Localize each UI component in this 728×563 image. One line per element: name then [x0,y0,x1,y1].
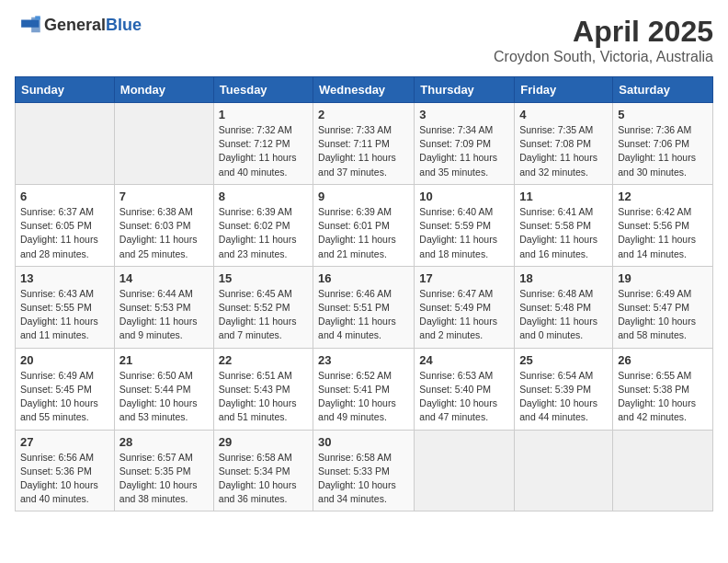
calendar-cell: 30Sunrise: 6:58 AM Sunset: 5:33 PM Dayli… [313,430,415,511]
day-info: Sunrise: 7:33 AM Sunset: 7:11 PM Dayligh… [318,123,409,179]
day-info: Sunrise: 6:40 AM Sunset: 5:59 PM Dayligh… [419,205,509,261]
day-number: 18 [519,271,608,285]
day-info: Sunrise: 6:51 AM Sunset: 5:43 PM Dayligh… [219,369,308,425]
logo-text-blue: Blue [106,16,142,34]
calendar-cell: 4Sunrise: 7:35 AM Sunset: 7:08 PM Daylig… [515,103,613,185]
day-info: Sunrise: 6:49 AM Sunset: 5:45 PM Dayligh… [20,369,109,425]
calendar-cell: 8Sunrise: 6:39 AM Sunset: 6:02 PM Daylig… [213,184,313,266]
day-number: 26 [618,353,708,367]
day-info: Sunrise: 6:58 AM Sunset: 5:34 PM Dayligh… [219,451,308,507]
day-info: Sunrise: 7:35 AM Sunset: 7:08 PM Dayligh… [519,123,608,179]
day-number: 11 [519,190,608,203]
day-number: 4 [519,108,608,121]
day-info: Sunrise: 6:46 AM Sunset: 5:51 PM Dayligh… [318,287,409,343]
day-number: 17 [419,271,509,285]
day-info: Sunrise: 6:49 AM Sunset: 5:47 PM Dayligh… [618,287,708,343]
calendar-cell: 12Sunrise: 6:42 AM Sunset: 5:56 PM Dayli… [613,184,713,266]
day-info: Sunrise: 6:58 AM Sunset: 5:33 PM Dayligh… [318,451,409,507]
calendar-cell: 13Sunrise: 6:43 AM Sunset: 5:55 PM Dayli… [16,266,115,348]
day-number: 9 [318,190,409,203]
calendar-cell: 17Sunrise: 6:47 AM Sunset: 5:49 PM Dayli… [415,266,515,348]
day-info: Sunrise: 7:36 AM Sunset: 7:06 PM Dayligh… [618,123,708,179]
day-info: Sunrise: 6:55 AM Sunset: 5:38 PM Dayligh… [618,369,708,425]
calendar-cell: 23Sunrise: 6:52 AM Sunset: 5:41 PM Dayli… [313,348,415,430]
calendar-table: SundayMondayTuesdayWednesdayThursdayFrid… [15,76,713,511]
weekday-header-wednesday: Wednesday [313,77,415,103]
day-info: Sunrise: 6:41 AM Sunset: 5:58 PM Dayligh… [519,205,608,261]
day-number: 25 [519,353,608,367]
calendar-cell: 22Sunrise: 6:51 AM Sunset: 5:43 PM Dayli… [213,348,313,430]
day-number: 7 [119,190,209,203]
day-number: 28 [119,435,209,449]
day-number: 2 [318,108,409,121]
day-number: 1 [219,108,308,121]
calendar-cell: 15Sunrise: 6:45 AM Sunset: 5:52 PM Dayli… [213,266,313,348]
day-number: 29 [219,435,308,449]
calendar-cell: 14Sunrise: 6:44 AM Sunset: 5:53 PM Dayli… [114,266,213,348]
day-number: 27 [20,435,109,449]
day-number: 14 [119,271,209,285]
day-info: Sunrise: 6:44 AM Sunset: 5:53 PM Dayligh… [119,287,209,343]
day-info: Sunrise: 6:37 AM Sunset: 6:05 PM Dayligh… [20,205,109,261]
day-info: Sunrise: 7:32 AM Sunset: 7:12 PM Dayligh… [219,123,308,179]
calendar-cell: 10Sunrise: 6:40 AM Sunset: 5:59 PM Dayli… [415,184,515,266]
calendar-cell: 18Sunrise: 6:48 AM Sunset: 5:48 PM Dayli… [515,266,613,348]
calendar-cell: 28Sunrise: 6:57 AM Sunset: 5:35 PM Dayli… [114,430,213,511]
weekday-header-saturday: Saturday [613,77,713,103]
weekday-header-thursday: Thursday [415,77,515,103]
calendar-cell: 5Sunrise: 7:36 AM Sunset: 7:06 PM Daylig… [613,103,713,185]
day-info: Sunrise: 6:53 AM Sunset: 5:40 PM Dayligh… [419,369,509,425]
day-number: 21 [119,353,209,367]
calendar-cell: 2Sunrise: 7:33 AM Sunset: 7:11 PM Daylig… [313,103,415,185]
calendar-cell: 11Sunrise: 6:41 AM Sunset: 5:58 PM Dayli… [515,184,613,266]
page-header: GeneralBlue April 2025 Croydon South, Vi… [15,15,713,65]
weekday-header-friday: Friday [515,77,613,103]
calendar-cell: 20Sunrise: 6:49 AM Sunset: 5:45 PM Dayli… [16,348,115,430]
calendar-cell: 19Sunrise: 6:49 AM Sunset: 5:47 PM Dayli… [613,266,713,348]
calendar-cell [16,103,115,185]
day-info: Sunrise: 6:52 AM Sunset: 5:41 PM Dayligh… [318,369,409,425]
calendar-cell [114,103,213,185]
calendar-cell: 9Sunrise: 6:39 AM Sunset: 6:01 PM Daylig… [313,184,415,266]
day-info: Sunrise: 6:45 AM Sunset: 5:52 PM Dayligh… [219,287,308,343]
day-number: 3 [419,108,509,121]
day-number: 19 [618,271,708,285]
day-number: 20 [20,353,109,367]
title-block: April 2025 Croydon South, Victoria, Aust… [494,15,713,65]
day-number: 16 [318,271,409,285]
calendar-cell: 26Sunrise: 6:55 AM Sunset: 5:38 PM Dayli… [613,348,713,430]
calendar-week-row: 6Sunrise: 6:37 AM Sunset: 6:05 PM Daylig… [16,184,713,266]
subtitle: Croydon South, Victoria, Australia [494,49,713,65]
day-info: Sunrise: 6:54 AM Sunset: 5:39 PM Dayligh… [519,369,608,425]
day-number: 15 [219,271,308,285]
calendar-cell: 16Sunrise: 6:46 AM Sunset: 5:51 PM Dayli… [313,266,415,348]
calendar-cell [515,430,613,511]
calendar-cell: 6Sunrise: 6:37 AM Sunset: 6:05 PM Daylig… [16,184,115,266]
day-info: Sunrise: 6:43 AM Sunset: 5:55 PM Dayligh… [20,287,109,343]
logo-icon [15,15,40,35]
day-info: Sunrise: 6:56 AM Sunset: 5:36 PM Dayligh… [20,451,109,507]
calendar-cell: 27Sunrise: 6:56 AM Sunset: 5:36 PM Dayli… [16,430,115,511]
day-info: Sunrise: 6:57 AM Sunset: 5:35 PM Dayligh… [119,451,209,507]
day-info: Sunrise: 6:48 AM Sunset: 5:48 PM Dayligh… [519,287,608,343]
main-title: April 2025 [494,15,713,49]
calendar-cell: 24Sunrise: 6:53 AM Sunset: 5:40 PM Dayli… [415,348,515,430]
day-number: 12 [618,190,708,203]
calendar-cell: 21Sunrise: 6:50 AM Sunset: 5:44 PM Dayli… [114,348,213,430]
calendar-cell: 25Sunrise: 6:54 AM Sunset: 5:39 PM Dayli… [515,348,613,430]
calendar-week-row: 27Sunrise: 6:56 AM Sunset: 5:36 PM Dayli… [16,430,713,511]
day-number: 30 [318,435,409,449]
day-number: 13 [20,271,109,285]
calendar-cell: 7Sunrise: 6:38 AM Sunset: 6:03 PM Daylig… [114,184,213,266]
weekday-header-tuesday: Tuesday [213,77,313,103]
calendar-week-row: 1Sunrise: 7:32 AM Sunset: 7:12 PM Daylig… [16,103,713,185]
day-number: 24 [419,353,509,367]
calendar-week-row: 20Sunrise: 6:49 AM Sunset: 5:45 PM Dayli… [16,348,713,430]
calendar-cell: 29Sunrise: 6:58 AM Sunset: 5:34 PM Dayli… [213,430,313,511]
calendar-cell: 3Sunrise: 7:34 AM Sunset: 7:09 PM Daylig… [415,103,515,185]
day-number: 10 [419,190,509,203]
day-number: 23 [318,353,409,367]
calendar-cell: 1Sunrise: 7:32 AM Sunset: 7:12 PM Daylig… [213,103,313,185]
svg-marker-3 [35,16,40,19]
calendar-week-row: 13Sunrise: 6:43 AM Sunset: 5:55 PM Dayli… [16,266,713,348]
